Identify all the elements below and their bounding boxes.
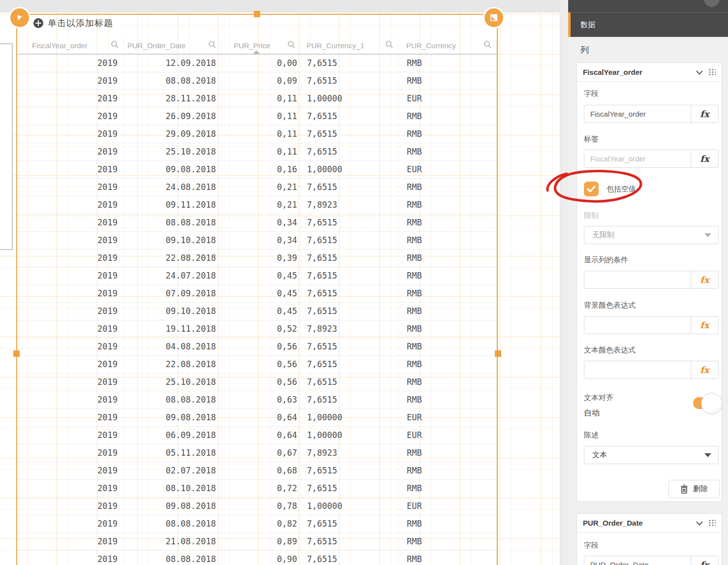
table-cell[interactable]: 2019: [17, 90, 124, 108]
table-cell[interactable]: 2019: [17, 462, 124, 480]
table-cell[interactable]: 02.07.2018: [124, 462, 221, 480]
table-cell[interactable]: 29.09.2018: [124, 126, 221, 143]
table-cell[interactable]: 0,34: [221, 232, 301, 250]
table-cell[interactable]: 0,11: [221, 143, 301, 161]
table-cell[interactable]: RMB: [398, 338, 497, 356]
table-cell[interactable]: 7,6515: [301, 250, 398, 267]
table-cell[interactable]: RMB: [398, 515, 497, 533]
table-cell[interactable]: 09.08.2018: [124, 161, 221, 179]
fx-expression-button[interactable]: fx: [691, 105, 718, 123]
table-cell[interactable]: 06.09.2018: [124, 427, 221, 444]
table-cell[interactable]: 7,6515: [301, 179, 398, 196]
column-header[interactable]: PUR_Order_Date: [124, 37, 221, 54]
table-cell[interactable]: 7,6515: [301, 303, 398, 320]
table-cell[interactable]: EUR: [398, 409, 497, 427]
table-cell[interactable]: 2019: [17, 267, 124, 285]
table-cell[interactable]: 0,90: [221, 551, 301, 565]
table-cell[interactable]: 2019: [17, 444, 124, 462]
table-cell[interactable]: 09.08.2018: [124, 498, 221, 515]
drag-handle-icon[interactable]: [708, 519, 716, 527]
table-cell[interactable]: RMB: [398, 250, 497, 267]
table-cell[interactable]: 28.11.2018: [124, 90, 221, 108]
table-cell[interactable]: RMB: [398, 143, 497, 161]
fx-expression-button[interactable]: fx: [691, 361, 718, 378]
bg-color-input[interactable]: [584, 316, 691, 334]
table-cell[interactable]: 7,6515: [301, 55, 398, 72]
chevron-down-icon[interactable]: [696, 68, 703, 77]
table-cell[interactable]: 2019: [17, 196, 124, 214]
column-card-header[interactable]: PUR_Order_Date: [577, 514, 722, 533]
include-nulls-checkbox[interactable]: [584, 182, 599, 196]
table-cell[interactable]: 1,00000: [301, 427, 398, 444]
table-cell[interactable]: RMB: [398, 55, 497, 72]
table-cell[interactable]: RMB: [398, 320, 497, 338]
table-cell[interactable]: 0,16: [221, 161, 301, 179]
table-cell[interactable]: 0,89: [221, 533, 301, 551]
table-cell[interactable]: RMB: [398, 480, 497, 498]
fx-expression-button[interactable]: fx: [691, 150, 718, 167]
table-cell[interactable]: 7,6515: [301, 143, 398, 161]
table-cell[interactable]: EUR: [398, 427, 497, 444]
table-cell[interactable]: 7,6515: [301, 374, 398, 391]
table-cell[interactable]: 0,78: [221, 498, 301, 515]
table-cell[interactable]: RMB: [398, 285, 497, 303]
resize-handle-top[interactable]: [254, 11, 260, 17]
table-cell[interactable]: 0,45: [221, 285, 301, 303]
fx-expression-button[interactable]: fx: [691, 556, 718, 565]
object-title-bar[interactable]: 单击以添加标题: [33, 17, 113, 29]
add-title-placeholder[interactable]: 单击以添加标题: [48, 17, 113, 29]
table-cell[interactable]: 25.10.2018: [124, 143, 221, 161]
table-cell[interactable]: 7,8923: [301, 196, 398, 214]
table-cell[interactable]: 04.08.2018: [124, 338, 221, 356]
table-cell[interactable]: 7,6515: [301, 72, 398, 90]
table-cell[interactable]: 2019: [17, 338, 124, 356]
table-cell[interactable]: 0,67: [221, 444, 301, 462]
limitation-dropdown[interactable]: 无限制: [584, 226, 719, 244]
table-cell[interactable]: 7,6515: [301, 108, 398, 126]
table-cell[interactable]: 2019: [17, 179, 124, 196]
show-condition-input[interactable]: [584, 271, 691, 288]
table-cell[interactable]: RMB: [398, 232, 497, 250]
table-cell[interactable]: RMB: [398, 533, 497, 551]
delete-column-button[interactable]: 删除: [668, 480, 720, 498]
table-cell[interactable]: RMB: [398, 196, 497, 214]
representation-dropdown[interactable]: 文本: [584, 446, 719, 464]
table-cell[interactable]: 7,6515: [301, 480, 398, 498]
table-cell[interactable]: 1,00000: [301, 498, 398, 515]
table-cell[interactable]: 2019: [17, 498, 124, 515]
table-cell[interactable]: 26.09.2018: [124, 108, 221, 126]
table-cell[interactable]: 7,8923: [301, 320, 398, 338]
column-header[interactable]: FiscalYear_order: [17, 37, 124, 54]
chevron-down-icon[interactable]: [696, 519, 703, 528]
table-cell[interactable]: 2019: [17, 480, 124, 498]
table-cell[interactable]: 0,21: [221, 196, 301, 214]
search-icon[interactable]: [287, 40, 296, 51]
table-cell[interactable]: 2019: [17, 232, 124, 250]
table-cell[interactable]: 0,45: [221, 303, 301, 320]
table-cell[interactable]: 7,6515: [301, 267, 398, 285]
drag-handle-icon[interactable]: [708, 68, 716, 76]
table-cell[interactable]: 0,56: [221, 356, 301, 374]
fx-expression-button[interactable]: fx: [691, 271, 718, 288]
table-cell[interactable]: 19.11.2018: [124, 320, 221, 338]
table-cell[interactable]: 08.08.2018: [124, 551, 221, 565]
table-cell[interactable]: RMB: [398, 444, 497, 462]
table-cell[interactable]: 2019: [17, 515, 124, 533]
resize-handle-left[interactable]: [13, 350, 20, 357]
table-cell[interactable]: 0,00: [221, 55, 301, 72]
table-cell[interactable]: 0,68: [221, 462, 301, 480]
table-cell[interactable]: 0,63: [221, 391, 301, 409]
table-cell[interactable]: 24.08.2018: [124, 179, 221, 196]
table-cell[interactable]: RMB: [398, 551, 497, 565]
table-cell[interactable]: 09.08.2018: [124, 409, 221, 427]
table-cell[interactable]: 7,6515: [301, 338, 398, 356]
table-cell[interactable]: RMB: [398, 462, 497, 480]
table-cell[interactable]: 22.08.2018: [124, 356, 221, 374]
table-cell[interactable]: 7,8923: [301, 444, 398, 462]
table-cell[interactable]: 08.08.2018: [124, 214, 221, 232]
table-cell[interactable]: EUR: [398, 161, 497, 179]
table-cell[interactable]: 0,45: [221, 267, 301, 285]
table-cell[interactable]: 2019: [17, 55, 124, 72]
table-cell[interactable]: 2019: [17, 143, 124, 161]
table-cell[interactable]: 25.10.2018: [124, 374, 221, 391]
